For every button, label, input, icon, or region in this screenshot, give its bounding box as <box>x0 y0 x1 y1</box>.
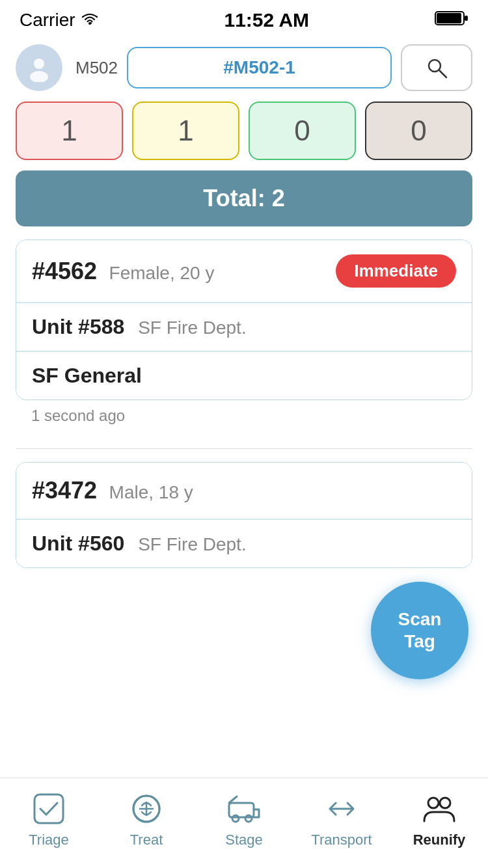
status-bar: Carrier 11:52 AM <box>0 0 488 38</box>
patients-list: #4562 Female, 20 y Immediate Unit #588 S… <box>0 239 488 568</box>
svg-point-0 <box>88 22 91 25</box>
reunify-icon <box>422 791 457 826</box>
patient-1-dept: SF Fire Dept. <box>138 318 246 338</box>
nav-treat-label: Treat <box>130 832 163 848</box>
patient-card-2[interactable]: #3472 Male, 18 y Unit #560 SF Fire Dept. <box>16 462 472 568</box>
nav-triage-label: Triage <box>29 832 69 848</box>
svg-point-18 <box>428 798 439 808</box>
patient-1-badge: Immediate <box>336 254 456 288</box>
search-button[interactable] <box>401 44 472 91</box>
patient-1-header: #4562 Female, 20 y Immediate <box>16 240 472 302</box>
category-yellow[interactable]: 1 <box>132 102 239 160</box>
svg-point-19 <box>440 798 450 808</box>
svg-rect-8 <box>34 794 63 823</box>
nav-transport[interactable]: Transport <box>293 791 390 848</box>
patient-card-1[interactable]: #4562 Female, 20 y Immediate Unit #588 S… <box>16 239 472 400</box>
patient-1-demo: Female, 20 y <box>109 263 215 283</box>
nav-reunify-label: Reunify <box>413 832 466 848</box>
svg-rect-3 <box>465 16 468 21</box>
patient-2-demo: Male, 18 y <box>109 482 193 502</box>
patient-1-hospital: SF General <box>16 351 472 400</box>
scan-tag-button[interactable]: ScanTag <box>371 582 468 679</box>
section-divider <box>16 448 472 449</box>
svg-point-14 <box>232 815 239 822</box>
wifi-icon <box>81 11 99 29</box>
nav-stage-label: Stage <box>225 832 263 848</box>
bottom-nav: Triage Treat Stage <box>0 778 488 868</box>
patient-2-header: #3472 Male, 18 y <box>16 463 472 519</box>
patient-1-identity: #4562 Female, 20 y <box>32 258 214 285</box>
treat-icon <box>129 791 164 826</box>
patient-2-dept: SF Fire Dept. <box>138 534 246 554</box>
svg-rect-2 <box>437 13 461 23</box>
nav-transport-label: Transport <box>311 832 372 848</box>
category-badges: 1 1 0 0 <box>0 102 488 160</box>
nav-reunify[interactable]: Reunify <box>390 791 488 848</box>
category-green[interactable]: 0 <box>249 102 356 160</box>
patient-2-identity: #3472 Male, 18 y <box>32 477 193 504</box>
svg-line-7 <box>439 70 446 77</box>
nav-stage[interactable]: Stage <box>195 791 293 848</box>
triage-icon <box>31 791 66 826</box>
avatar <box>16 44 62 91</box>
incident-button[interactable]: #M502-1 <box>127 47 392 88</box>
patient-2-unit: Unit #560 SF Fire Dept. <box>16 519 472 567</box>
total-bar: Total: 2 <box>16 170 472 226</box>
svg-point-4 <box>34 59 44 69</box>
battery-icon <box>435 10 468 31</box>
transport-icon <box>324 791 359 826</box>
category-red[interactable]: 1 <box>16 102 123 160</box>
patient-1-unit: Unit #588 SF Fire Dept. <box>16 303 472 351</box>
patient-2-id: #3472 <box>32 477 97 504</box>
patient-1-timestamp: 1 second ago <box>16 403 472 435</box>
status-time: 11:52 AM <box>224 9 309 31</box>
svg-point-15 <box>245 815 252 822</box>
carrier-label: Carrier <box>20 10 75 31</box>
search-icon <box>425 56 448 79</box>
user-label: M502 <box>75 58 118 78</box>
nav-treat[interactable]: Treat <box>98 791 195 848</box>
category-dark[interactable]: 0 <box>365 102 472 160</box>
svg-point-5 <box>30 71 48 82</box>
patient-1-id: #4562 <box>32 258 97 284</box>
carrier-info: Carrier <box>20 10 99 31</box>
nav-triage[interactable]: Triage <box>0 791 98 848</box>
stage-icon <box>226 791 262 826</box>
svg-point-20 <box>439 804 440 805</box>
header: M502 #M502-1 <box>0 38 488 102</box>
